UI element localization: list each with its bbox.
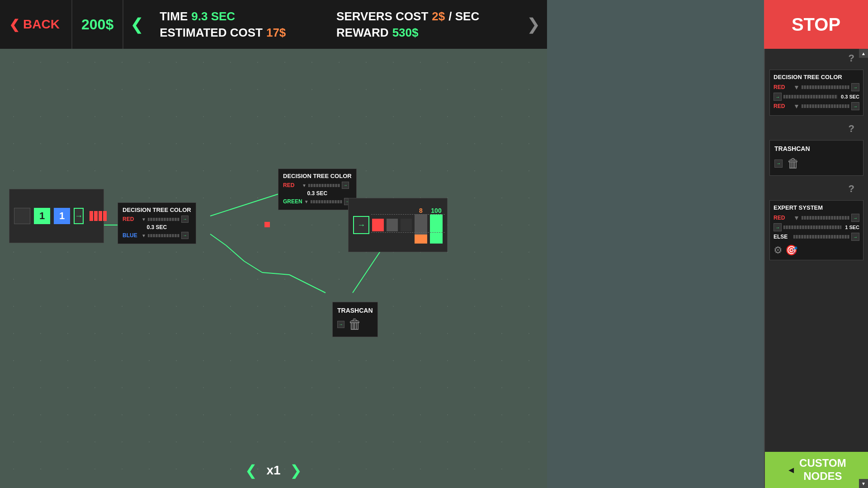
red-bar-1 — [90, 211, 93, 221]
dt-center-slider1[interactable] — [308, 184, 340, 187]
panel-dt-color1: RED — [774, 84, 792, 90]
svg-line-3 — [210, 234, 226, 245]
panel-scroll-down[interactable]: ▼ — [859, 479, 868, 488]
canvas-dt-left-row3: BLUE ▼ → — [123, 232, 191, 239]
chevron-down-icon-3[interactable]: ▼ — [793, 214, 800, 221]
dt-center-dropdown1[interactable]: ▼ — [302, 183, 307, 188]
canvas-dt-left-time: 0.3 SEC — [123, 224, 191, 230]
dt-left-arrow1[interactable]: → — [181, 216, 189, 223]
panel-dt-row2: RED ▼ → — [774, 102, 859, 110]
back-arrow-icon: ❮ — [9, 17, 19, 32]
canvas-trashcan-node: TRASHCAN → 🗑 — [332, 302, 378, 337]
canvas-dt-center-row1: RED ▼ → — [283, 182, 352, 189]
balance-value: 200$ — [81, 16, 113, 33]
canvas-dt-node-center: DECISION TREE COLOR RED ▼ → 0.3 SEC GREE… — [278, 169, 357, 210]
dt-center-dropdown3[interactable]: ▼ — [304, 199, 309, 204]
svg-line-7 — [289, 275, 326, 293]
panel-dt-slider3[interactable] — [802, 104, 849, 108]
panel-dt-slider2[interactable] — [783, 95, 837, 99]
panel-expert-arrow3[interactable]: → — [851, 233, 859, 241]
nav-right-button[interactable]: ❯ — [520, 0, 547, 49]
chevron-down-icon-2[interactable]: ▼ — [793, 103, 800, 110]
dt-left-dropdown1[interactable]: ▼ — [142, 217, 146, 222]
time-value: 9.3 SEC — [191, 9, 235, 23]
estimated-value: 17$ — [266, 26, 286, 40]
red-bars — [90, 211, 107, 221]
back-button[interactable]: ❮ BACK — [0, 0, 72, 49]
header-stats: TIME 9.3 SEC SERVERS COST 2$ / SEC ESTIM… — [151, 5, 520, 44]
svg-line-1 — [210, 193, 280, 216]
output-arrow-btn[interactable]: → — [353, 216, 369, 234]
canvas-trash-icon: 🗑 — [348, 317, 362, 332]
custom-nodes-button[interactable]: CUSTOM NODES — [765, 452, 868, 488]
canvas-trash-arrow[interactable]: → — [337, 321, 344, 328]
panel-expert-slider2[interactable] — [783, 225, 841, 229]
dt-left-slider1[interactable] — [148, 218, 179, 221]
target-icon[interactable]: 🎯 — [785, 244, 797, 256]
dt-center-arrow1[interactable]: → — [342, 182, 349, 189]
canvas-dt-left-color3: BLUE — [123, 232, 140, 239]
dt-left-arrow3[interactable]: → — [181, 232, 189, 239]
vbar-green — [430, 214, 443, 244]
zoom-in-button[interactable]: ❯ — [290, 462, 302, 479]
expert-bottom-icons: ⚙ 🎯 — [774, 244, 859, 256]
arrow-forward-btn[interactable]: → — [74, 208, 84, 224]
vbar-label-100: 100 — [431, 207, 441, 214]
canvas-dt-node-left: DECISION TREE COLOR RED ▼ → 0.3 SEC BLUE… — [118, 202, 196, 244]
panel-dt-arrow2[interactable]: → — [774, 93, 782, 101]
red-bar-3 — [99, 211, 102, 221]
panel-dt-arrow3[interactable]: → — [851, 102, 859, 110]
right-panel: ▲ ? DECISION TREE COLOR RED ▼ → → 0.3 SE… — [764, 49, 868, 488]
chevron-down-icon-1[interactable]: ▼ — [793, 84, 800, 91]
canvas-area[interactable]: 1 1 → DECISION TREE COLOR RED ▼ → 0.3 SE… — [0, 49, 547, 488]
trashcan-icon: 🗑 — [787, 156, 800, 171]
panel-scroll-up[interactable]: ▲ — [859, 49, 868, 58]
output-inner: → 8 100 — [349, 198, 447, 252]
start-node-inner: 1 1 → — [9, 189, 104, 243]
panel-dt-arrow1[interactable]: → — [851, 83, 859, 91]
badge-1-blue: 1 — [54, 208, 70, 224]
panel-expert-time: 1 SEC — [845, 225, 859, 230]
panel-expert-row2: ELSE → — [774, 233, 859, 241]
dt-left-dropdown3[interactable]: ▼ — [142, 233, 146, 238]
output-dashed-line2 — [371, 232, 445, 233]
stop-button[interactable]: STOP — [764, 0, 868, 49]
panel-expert-arrow1[interactable]: → — [851, 214, 859, 222]
svg-line-6 — [262, 272, 289, 275]
panel-help-2[interactable]: ? — [765, 119, 868, 136]
panel-expert-row1: RED ▼ → — [774, 214, 859, 222]
connections-svg — [0, 49, 547, 488]
zoom-out-button[interactable]: ❮ — [245, 462, 257, 479]
red-bar-2 — [94, 211, 98, 221]
reward-value: 530$ — [392, 26, 419, 40]
panel-expert-slider1[interactable] — [802, 216, 849, 220]
dt-center-slider3[interactable] — [311, 200, 342, 203]
panel-expert-else: ELSE — [774, 234, 792, 240]
time-stat: TIME 9.3 SEC — [160, 9, 334, 23]
estimated-label: ESTIMATED COST — [160, 26, 263, 40]
panel-help-1[interactable]: ? — [765, 49, 868, 66]
canvas-dt-left-row1: RED ▼ → — [123, 216, 191, 223]
servers-value: 2$ — [432, 9, 445, 23]
canvas-dt-center-time: 0.3 SEC — [283, 190, 352, 197]
panel-expert-arrow2[interactable]: → — [774, 223, 782, 231]
output-sq-gray2 — [401, 219, 412, 231]
red-bar-4 — [103, 211, 107, 221]
panel-help-3[interactable]: ? — [765, 179, 868, 197]
vbar-label-8: 8 — [419, 207, 423, 214]
dt-left-slider3[interactable] — [148, 234, 179, 237]
settings-icon[interactable]: ⚙ — [774, 244, 783, 256]
panel-expert-slider3[interactable] — [793, 235, 849, 239]
panel-trash-arrow[interactable]: → — [774, 160, 783, 168]
svg-rect-10 — [264, 222, 270, 227]
panel-expert-title: EXPERT SYSTEM — [774, 204, 859, 211]
panel-dt-slider1[interactable] — [802, 85, 849, 89]
canvas-trash-title: TRASHCAN — [337, 307, 373, 314]
header-bar: ❮ BACK 200$ ❮ TIME 9.3 SEC SERVERS COST … — [0, 0, 547, 49]
output-node: → 8 100 — [348, 198, 448, 252]
nav-left-button[interactable]: ❮ — [123, 0, 151, 49]
vbar-container1: 8 — [415, 207, 427, 244]
canvas-dt-left-title: DECISION TREE COLOR — [123, 206, 191, 213]
panel-trash-title: TRASHCAN — [774, 145, 859, 152]
start-square-btn[interactable] — [14, 208, 30, 224]
